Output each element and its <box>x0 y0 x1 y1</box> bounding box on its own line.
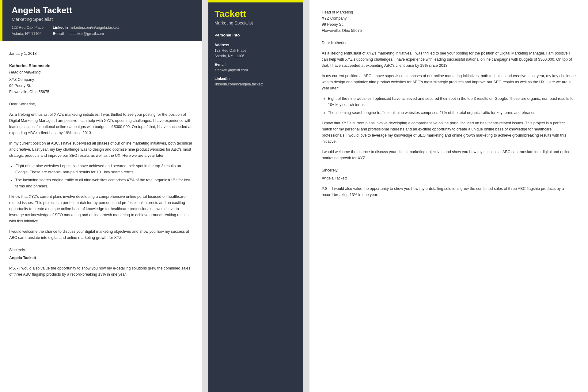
left-contact: 123 Red Oak Place Astoria, NY 11106 Link… <box>12 25 193 36</box>
left-para2: In my current position at ABC, I have su… <box>9 140 193 159</box>
left-bullet1: Eight of the nine websites I optimized h… <box>15 163 193 175</box>
right-bullet2: The incoming search engine traffic to al… <box>328 110 576 116</box>
right-closing: Sincerely, <box>322 167 576 173</box>
personal-email-label: E-mail <box>214 62 297 67</box>
left-signature: Angela Tackett <box>9 255 193 261</box>
right-body: As a lifelong enthusiast of XYZ's market… <box>322 50 576 198</box>
left-cover-letter-panel: Angela Tackett Marketing Specialist 123 … <box>0 0 202 392</box>
left-recipient-company: XYZ Company <box>9 77 193 83</box>
personal-address-label: Address <box>214 43 297 47</box>
left-recipient-title: Head of Marketing <box>9 69 193 75</box>
right-ps: P.S. - I would also value the opportunit… <box>322 186 576 198</box>
left-recipient-name: Katherine Bloomstein <box>9 63 193 69</box>
right-bullet1: Eight of the nine websites I optimized h… <box>328 96 576 108</box>
left-date: January 1, 2018 <box>9 51 193 57</box>
personal-address-line1: 123 Red Oak Place <box>214 48 297 53</box>
left-email-item: E-mail atackett@gmail.com <box>53 32 119 36</box>
right-bullet-list: Eight of the nine websites I optimized h… <box>328 96 576 116</box>
left-ps: P.S. - I would also value the opportunit… <box>9 265 193 277</box>
right-para3: I know that XYZ's current plans involve … <box>322 120 576 145</box>
left-header: Angela Tackett Marketing Specialist 123 … <box>0 0 202 41</box>
right-para1: As a lifelong enthusiast of XYZ's market… <box>322 50 576 69</box>
personal-linkedin-item: LinkedIn linkedin.com/in/angela.tackett <box>214 77 297 87</box>
left-salutation: Dear Katherine, <box>9 101 193 107</box>
left-name: Angela Tackett <box>12 6 193 15</box>
left-email-label: E-mail <box>53 32 68 36</box>
left-gap <box>202 0 208 392</box>
left-email-value: atackett@gmail.com <box>70 32 104 36</box>
middle-personal-info-body: Address 123 Red Oak Place Astoria, NY 11… <box>208 40 303 97</box>
middle-personal-info-header: Personal Info <box>208 30 303 40</box>
middle-dark-section <box>208 97 303 392</box>
right-para4: I would welcome the chance to discuss yo… <box>322 149 576 161</box>
left-address-value: 123 Red Oak Place <box>12 25 44 30</box>
left-contact-address-col: 123 Red Oak Place Astoria, NY 11106 <box>12 25 44 36</box>
left-city-value: Astoria, NY 11106 <box>12 32 41 36</box>
left-body: January 1, 2018 Katherine Bloomstein Hea… <box>0 41 202 291</box>
left-recipient-addr1: 99 Peony St. <box>9 83 193 89</box>
left-linkedin-item: LinkedIn linkedin.com/in/angela.tackett <box>53 25 119 30</box>
middle-header: Tackett Marketing Specialist <box>208 0 303 30</box>
personal-email-value: atackett@gmail.com <box>214 67 297 73</box>
left-bullet-list: Eight of the nine websites I optimized h… <box>15 163 193 189</box>
personal-address-item: Address 123 Red Oak Place Astoria, NY 11… <box>214 43 297 59</box>
middle-name: Tackett <box>214 9 297 19</box>
right-signature: Angela Tackett <box>322 175 576 181</box>
personal-email-item: E-mail atackett@gmail.com <box>214 62 297 73</box>
left-para3: I know that XYZ's current plans involve … <box>9 194 193 224</box>
right-para2: In my current position at ABC, I have su… <box>322 73 576 91</box>
left-para4: I would welcome the chance to discuss yo… <box>9 228 193 241</box>
left-bullet2: The incoming search engine traffic to al… <box>15 177 193 189</box>
left-linkedin-value: linkedin.com/in/angela.tackett <box>70 25 119 30</box>
left-linkedin-label: LinkedIn <box>53 25 68 30</box>
right-recipient-addr1: 99 Peony St. <box>322 21 576 28</box>
right-recipient: Head of Marketing XYZ Company 99 Peony S… <box>322 9 576 34</box>
left-address-item: 123 Red Oak Place <box>12 25 44 30</box>
left-city-item: Astoria, NY 11106 <box>12 32 44 36</box>
middle-resume-panel: Tackett Marketing Specialist Personal In… <box>208 0 303 392</box>
middle-title: Marketing Specialist <box>214 21 297 25</box>
personal-linkedin-label: LinkedIn <box>214 77 297 81</box>
left-contact-info-col: LinkedIn linkedin.com/in/angela.tackett … <box>53 25 119 36</box>
left-title: Marketing Specialist <box>12 17 193 22</box>
right-gap <box>303 0 309 392</box>
left-closing: Sincerely, <box>9 247 193 253</box>
right-cover-letter-panel: Head of Marketing XYZ Company 99 Peony S… <box>309 0 588 392</box>
right-recipient-name: Head of Marketing <box>322 9 576 15</box>
right-recipient-city: Flowerville, Ohio 55675 <box>322 28 576 34</box>
left-recipient-address: XYZ Company 99 Peony St. Flowerville, Oh… <box>9 77 193 95</box>
personal-linkedin-value: linkedin.com/in/angela.tackett <box>214 81 297 87</box>
left-recipient-city: Flowerville, Ohio 55675 <box>9 89 193 95</box>
personal-address-line2: Astoria, NY 11106 <box>214 53 297 59</box>
right-salutation: Dear Katherine, <box>322 40 576 46</box>
right-recipient-company: XYZ Company <box>322 15 576 21</box>
left-para1: As a lifelong enthusiast of XYZ's market… <box>9 111 193 136</box>
